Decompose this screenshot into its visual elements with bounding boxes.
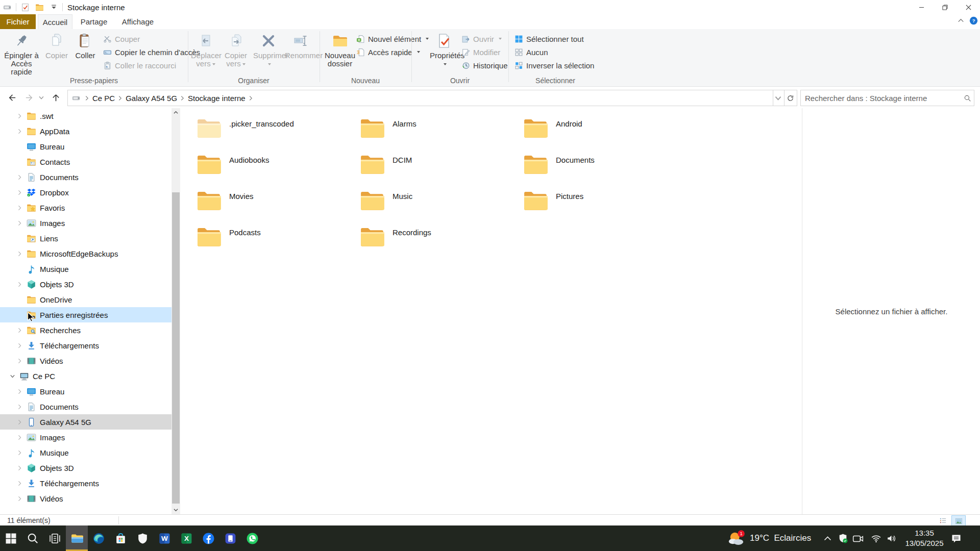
folder-tile-music[interactable]: Music [360, 190, 513, 221]
edit-button[interactable]: Modifier [461, 46, 500, 58]
sidebar-item-vid-os[interactable]: Vidéos [0, 491, 172, 506]
select-none-button[interactable]: Aucun [514, 46, 548, 58]
breadcrumb-item-stockage-interne[interactable]: Stockage interne [188, 94, 246, 103]
invert-selection-button[interactable]: Inverser la sélection [514, 59, 594, 71]
folder-tile-movies[interactable]: Movies [197, 190, 350, 221]
close-button[interactable] [957, 0, 980, 14]
chevron-right-icon[interactable] [15, 357, 23, 365]
quick-access-button[interactable]: Accès rapide [356, 46, 420, 58]
sidebar-item-documents[interactable]: Documents [0, 399, 172, 414]
chevron-right-icon[interactable] [15, 188, 23, 196]
folder-tile-dcim[interactable]: DCIM [360, 154, 513, 185]
weather-widget[interactable]: 1 19°C Eclaircies [727, 525, 811, 551]
taskbar-edge-icon[interactable] [88, 525, 110, 551]
sidebar-item-recherches[interactable]: Recherches [0, 322, 172, 338]
copy-to-button[interactable]: Copier vers [222, 31, 250, 77]
delete-button[interactable]: Supprimer [253, 31, 284, 77]
folder-icon[interactable] [34, 3, 44, 12]
address-bar[interactable]: Ce PCGalaxy A54 5GStockage interne [67, 90, 773, 106]
forward-button[interactable] [21, 90, 37, 105]
chevron-right-icon[interactable] [15, 173, 23, 181]
rename-button[interactable]: Renommer [285, 31, 316, 77]
restore-button[interactable] [933, 0, 957, 14]
new-folder-button[interactable]: Nouveau dossier [325, 31, 355, 77]
sidebar-item-t-l-chargements[interactable]: Téléchargements [0, 475, 172, 491]
folder-tile-recordings[interactable]: Recordings [360, 226, 513, 258]
sidebar-item-contacts[interactable]: Contacts [0, 154, 172, 169]
sidebar-item-bureau[interactable]: Bureau [0, 139, 172, 154]
chevron-right-icon[interactable] [15, 280, 23, 288]
sidebar-item-vid-os[interactable]: Vidéos [0, 353, 172, 368]
recent-locations-caret[interactable] [37, 90, 46, 105]
taskbar-whatsapp-icon[interactable] [241, 525, 263, 551]
chevron-right-icon[interactable] [15, 433, 23, 441]
tab-partage[interactable]: Partage [75, 14, 113, 29]
copy-button[interactable]: Copier [43, 31, 70, 77]
chevron-right-icon[interactable] [15, 418, 23, 426]
tab-accueil[interactable]: Accueil [38, 14, 72, 30]
history-button[interactable]: Historique [461, 59, 508, 71]
taskbar-task-view-icon[interactable] [44, 525, 66, 551]
sidebar-item-onedrive[interactable]: OneDrive [0, 292, 172, 307]
clock[interactable]: 13:35 13/05/2025 [902, 528, 946, 548]
sidebar-item-appdata[interactable]: AppData [0, 123, 172, 139]
qat-dropdown-caret-icon[interactable] [48, 3, 59, 12]
taskbar-taskbar-search-icon[interactable] [22, 525, 44, 551]
scrollbar-thumb[interactable] [172, 192, 180, 504]
taskbar-windows-security-icon[interactable] [132, 525, 154, 551]
taskbar-microsoft-store-icon[interactable] [110, 525, 132, 551]
taskbar-phone-app-icon[interactable] [219, 525, 241, 551]
sidebar-item-documents[interactable]: Documents [0, 169, 172, 185]
sidebar-item-musique[interactable]: Musique [0, 445, 172, 460]
chevron-right-icon[interactable] [15, 219, 23, 227]
large-icons-view-button[interactable] [951, 515, 966, 527]
chevron-right-icon[interactable] [15, 341, 23, 349]
search-box[interactable] [800, 90, 974, 106]
sidebar-item-ce-pc[interactable]: Ce PC [0, 368, 172, 384]
tray-overflow-chevron-icon[interactable] [823, 534, 832, 543]
sidebar-item-liens[interactable]: Liens [0, 231, 172, 246]
breadcrumb-item-galaxy-a54-5g[interactable]: Galaxy A54 5G [126, 94, 177, 103]
search-icon[interactable] [961, 94, 974, 102]
sidebar-item-musique[interactable]: Musique [0, 261, 172, 277]
minimize-button[interactable] [910, 0, 933, 14]
chevron-right-icon[interactable] [15, 494, 23, 503]
open-button[interactable]: Ouvrir [461, 33, 502, 45]
search-input[interactable] [801, 94, 961, 103]
folder-tile-podcasts[interactable]: Podcasts [197, 226, 350, 258]
sidebar-item-objets-3d[interactable]: Objets 3D [0, 460, 172, 475]
chevron-right-icon[interactable] [15, 127, 23, 135]
chevron-right-icon[interactable] [15, 249, 23, 258]
wifi-icon[interactable] [871, 533, 881, 544]
sidebar-item-microsoftedgebackups[interactable]: MicrosoftEdgeBackups [0, 246, 172, 261]
address-dropdown-caret[interactable] [772, 90, 785, 106]
scroll-up-icon[interactable] [172, 108, 180, 117]
folder-tile-audiobooks[interactable]: Audiobooks [197, 154, 350, 185]
folder-tile-documents[interactable]: Documents [523, 154, 676, 185]
paste-button[interactable]: Coller [72, 31, 98, 77]
security-shield-icon[interactable] [838, 533, 848, 544]
breadcrumb-item-ce-pc[interactable]: Ce PC [92, 94, 115, 103]
properties-check-icon[interactable] [20, 3, 30, 12]
chevron-right-icon[interactable] [15, 204, 23, 212]
chevron-right-icon[interactable] [15, 326, 23, 334]
chevron-down-icon[interactable] [8, 372, 16, 380]
help-icon[interactable]: ? [969, 16, 978, 25]
sidebar-item-favoris[interactable]: Favoris [0, 200, 172, 215]
taskbar-windows-start-icon[interactable] [0, 525, 22, 551]
taskbar-file-explorer-icon[interactable] [66, 525, 88, 551]
chevron-right-icon[interactable] [15, 112, 23, 120]
volume-icon[interactable] [886, 533, 897, 544]
up-button[interactable] [48, 90, 63, 105]
tab-fichier[interactable]: Fichier [0, 14, 36, 29]
copy-path-button[interactable]: \\.. Copier le chemin d'accès [103, 46, 200, 58]
details-view-button[interactable] [936, 515, 949, 525]
taskbar-facebook-icon[interactable] [198, 525, 219, 551]
sidebar-item-images[interactable]: Images [0, 215, 172, 231]
back-button[interactable] [4, 90, 19, 105]
chevron-right-icon[interactable] [15, 448, 23, 457]
properties-button[interactable]: Propriétés [430, 31, 458, 77]
folder-tile-alarms[interactable]: Alarms [360, 117, 513, 149]
select-all-button[interactable]: Sélectionner tout [514, 33, 584, 45]
refresh-icon[interactable] [784, 90, 797, 106]
